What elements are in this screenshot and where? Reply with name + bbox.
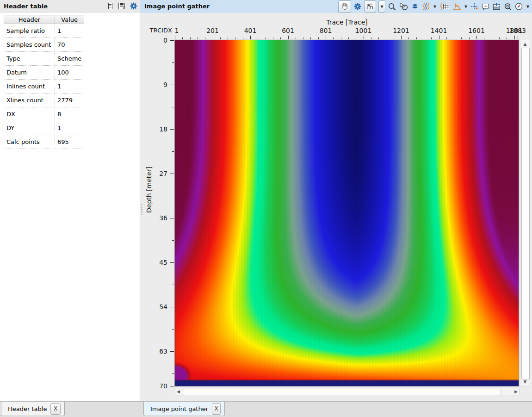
y-tick-label: 9 [139,81,167,88]
x-tick [258,37,258,39]
cell-header: DX [4,107,55,121]
table-row[interactable]: TypeScheme [4,52,84,66]
bottom-tab-bar: Header table X Image point gather X [0,401,532,417]
scroll-right-arrow[interactable]: ▶ [514,390,518,394]
y-tick-label: 63 [139,348,167,355]
y-tick-label: 54 [139,303,167,311]
y-tick-label: 27 [139,170,167,177]
horizontal-scrollbar-thumb[interactable] [183,389,501,395]
x-tick [213,36,213,39]
tab-close-button[interactable]: X [212,403,221,415]
scroll-up-arrow[interactable]: ▲ [520,42,530,46]
magnifier-icon[interactable] [388,2,396,11]
x-tick [288,36,289,39]
x-tick-label: 801 [307,27,344,34]
x-tick [518,36,518,39]
y-tick [172,196,174,196]
compass-dropdown[interactable]: ▼ [526,5,530,9]
column-header[interactable]: Value [55,15,84,24]
table-row[interactable]: Datum100 [4,66,84,80]
histogram-icon[interactable] [452,2,461,11]
cell-header: Calc points [4,135,55,149]
heatmap-image[interactable] [175,40,519,386]
scroll-left-arrow[interactable]: ◀ [177,390,180,394]
wiggle-icon[interactable] [422,2,430,11]
table-row[interactable]: Xlines count2779 [4,93,84,107]
cell-header: Samples count [4,38,55,52]
x-tick-label: 1883 [499,27,532,34]
tab-image-point-gather[interactable]: Image point gather X [143,402,225,416]
vertical-scrollbar-thumb[interactable] [521,48,530,380]
table-row[interactable]: Inlines count1 [4,80,84,93]
y-tick-label: 45 [139,259,167,266]
cell-value: 70 [55,38,84,52]
x-tick [243,37,243,39]
x-tick [424,37,424,39]
scroll-down-arrow[interactable]: ▼ [520,380,530,384]
cell-value: 8 [55,107,84,121]
export-image-icon[interactable] [492,2,501,11]
crosshair-icon[interactable] [470,2,479,11]
x-tick [273,37,273,39]
y-tick [170,40,174,41]
y-tick [172,285,174,285]
tab-header-table[interactable]: Header table X [1,402,65,416]
settings-gear-icon[interactable] [353,2,362,11]
x-tick [476,36,477,39]
settings-gear-icon[interactable] [130,2,138,10]
table-row[interactable]: DX8 [4,107,84,121]
cell-value: 1 [55,121,84,135]
x-tick [408,37,409,39]
x-tick-label: 1001 [345,27,382,34]
x-tick [250,36,251,39]
x-tick [378,37,379,39]
cell-value: 2779 [55,93,84,107]
header-table-body: Sample ratio1Samples count70TypeSchemeDa… [4,24,84,149]
horizontal-scrollbar[interactable]: ◀ ▶ [175,388,520,395]
left-dock-title: Header table [4,3,48,10]
y-tick [170,129,174,130]
wiggle-dropdown[interactable]: ▼ [433,5,437,9]
cell-value: 1 [55,24,84,38]
left-dock-titlebar: Header table [0,0,140,13]
y-tick [172,373,174,374]
x-tick [356,37,356,39]
compass-icon[interactable] [514,2,523,11]
header-table: Header Value Sample ratio1Samples count7… [4,15,84,149]
column-header[interactable]: Header [4,15,55,24]
x-tick-label: 1201 [383,27,420,34]
table-view-icon[interactable] [105,2,114,10]
table-row[interactable]: DY1 [4,121,84,135]
zoom-select-dropdown[interactable]: ▼ [378,0,385,12]
y-tick-label: 70 [139,382,167,390]
mouse-pointer-icon[interactable] [399,2,408,11]
pan-hand-button[interactable] [338,0,351,12]
cell-value: 100 [55,66,84,80]
x-tick [507,37,507,39]
y-tick [172,107,174,107]
x-tick [266,37,266,39]
x-tick [371,37,371,39]
vertical-scrollbar[interactable]: ▲ ▼ [520,40,530,386]
histogram-dropdown[interactable]: ▼ [464,5,468,9]
y-tick [172,240,174,241]
layers-icon[interactable] [410,2,420,11]
y-tick [170,218,174,218]
x-tick [499,37,500,39]
y-tick [172,62,174,63]
table-row[interactable]: Samples count70 [4,38,84,52]
tab-close-button[interactable]: X [50,403,61,415]
wiggle-table-icon[interactable] [439,2,450,11]
x-tick [318,37,319,39]
inspect-icon[interactable] [503,2,512,11]
table-row[interactable]: Calc points695 [4,135,84,149]
comment-icon[interactable] [481,2,490,11]
zoom-select-button[interactable] [364,0,376,12]
x-tick-label: 201 [194,27,231,34]
x-tick [484,37,484,39]
table-row[interactable]: Sample ratio1 [4,24,84,38]
cell-header: DY [4,121,55,135]
cell-header: Inlines count [4,80,55,93]
save-icon[interactable] [118,2,126,10]
x-tick [341,37,341,39]
